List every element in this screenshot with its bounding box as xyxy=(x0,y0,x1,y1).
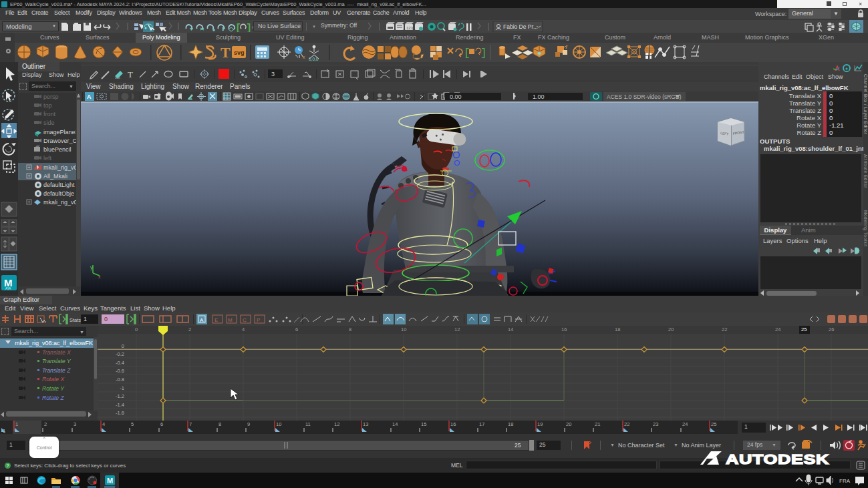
svg-text:M: M xyxy=(107,477,113,485)
svg-text:A: A xyxy=(200,317,204,323)
svg-text:x: x xyxy=(98,274,101,279)
svg-text:Translate Y: Translate Y xyxy=(42,358,71,364)
svg-text:123: 123 xyxy=(406,26,414,30)
svg-text:22: 22 xyxy=(722,326,727,332)
svg-text:18: 18 xyxy=(615,326,620,332)
svg-text:AYA: AYA xyxy=(5,287,11,290)
svg-text:22: 22 xyxy=(624,421,629,427)
svg-text:12: 12 xyxy=(334,421,339,427)
svg-text:x: x xyxy=(303,55,305,59)
svg-text:1: 1 xyxy=(84,316,87,322)
svg-text:20: 20 xyxy=(566,421,571,427)
svg-text:left: left xyxy=(43,155,52,162)
svg-text:18: 18 xyxy=(508,421,513,427)
svg-text:6: 6 xyxy=(160,421,163,427)
svg-text:Rotate Y: Rotate Y xyxy=(42,385,65,392)
svg-text:10: 10 xyxy=(401,326,406,332)
svg-text:14: 14 xyxy=(508,326,513,332)
svg-text:mkali_rig_v0: mkali_rig_v0 xyxy=(43,164,76,171)
svg-text:25: 25 xyxy=(711,421,716,427)
svg-text:]: ] xyxy=(480,47,487,59)
svg-text:-1.6: -1.6 xyxy=(116,410,124,416)
svg-text:14: 14 xyxy=(392,421,398,427)
svg-text:Drawover_C: Drawover_C xyxy=(43,138,76,144)
svg-text:T: T xyxy=(128,69,133,79)
svg-text:y: y xyxy=(90,264,93,270)
svg-text:All_Mkali: All_Mkali xyxy=(43,173,67,180)
svg-text:16: 16 xyxy=(561,326,567,332)
svg-text:FRA: FRA xyxy=(839,478,851,484)
svg-text:23: 23 xyxy=(653,421,658,427)
svg-text:T: T xyxy=(221,44,231,61)
svg-text:10: 10 xyxy=(276,421,281,427)
svg-text:E: E xyxy=(214,317,218,323)
svg-text:7: 7 xyxy=(189,421,192,427)
svg-text:1: 1 xyxy=(15,421,18,427)
svg-text:defaultObje: defaultObje xyxy=(43,190,74,197)
svg-text:11: 11 xyxy=(305,421,311,427)
svg-text:AUTODESK: AUTODESK xyxy=(726,451,829,467)
svg-text:0: 0 xyxy=(104,316,108,322)
svg-text:-0.2: -0.2 xyxy=(116,351,124,357)
svg-text:P: P xyxy=(257,317,260,323)
svg-text:0: 0 xyxy=(135,326,138,332)
svg-text:17: 17 xyxy=(479,421,484,427)
svg-text:-0.8: -0.8 xyxy=(116,377,124,383)
svg-text:3: 3 xyxy=(74,421,76,427)
svg-text:8: 8 xyxy=(349,326,351,332)
svg-text:ACES 1.0 SDR-video (sRGB): ACES 1.0 SDR-video (sRGB) xyxy=(607,93,682,100)
svg-text:2: 2 xyxy=(188,326,191,332)
svg-text:4: 4 xyxy=(102,421,105,427)
svg-text:6: 6 xyxy=(295,326,298,332)
svg-text:15: 15 xyxy=(421,421,426,427)
svg-text:-1.2: -1.2 xyxy=(116,393,124,399)
svg-text:4: 4 xyxy=(242,326,245,332)
svg-text:26: 26 xyxy=(829,326,834,332)
svg-text:12: 12 xyxy=(454,326,460,332)
svg-text:bluePencil: bluePencil xyxy=(43,146,71,153)
svg-text:A: A xyxy=(87,93,92,100)
svg-text:]: ] xyxy=(246,23,252,32)
svg-text:3: 3 xyxy=(271,71,275,77)
svg-text:svg: svg xyxy=(234,49,245,56)
svg-text:5: 5 xyxy=(131,421,134,427)
svg-text:25: 25 xyxy=(801,326,807,332)
svg-text:21: 21 xyxy=(595,421,600,427)
svg-text:front: front xyxy=(43,111,56,117)
svg-text:Fabio De Pr...: Fabio De Pr... xyxy=(503,23,538,30)
svg-text:imagePlane1: imagePlane1 xyxy=(43,129,76,136)
svg-text:0,0,0: 0,0,0 xyxy=(309,57,319,61)
svg-text:0: 0 xyxy=(122,343,124,349)
svg-text:side: side xyxy=(43,119,55,126)
svg-text::: : xyxy=(457,26,458,31)
svg-text:-1.4: -1.4 xyxy=(116,402,124,408)
svg-text:Stats: Stats xyxy=(69,317,81,323)
svg-text:13: 13 xyxy=(363,421,368,427)
svg-text:Translate Z: Translate Z xyxy=(42,367,71,374)
svg-text:16: 16 xyxy=(450,421,456,427)
svg-text:Rotate Z: Rotate Z xyxy=(42,395,64,401)
svg-text:M: M xyxy=(228,317,233,323)
svg-text:Translate X: Translate X xyxy=(42,349,71,356)
svg-text:19: 19 xyxy=(537,421,543,427)
svg-text:2: 2 xyxy=(44,421,47,427)
svg-text:24: 24 xyxy=(775,326,780,332)
svg-text:9: 9 xyxy=(247,421,250,427)
svg-text:Rotate X: Rotate X xyxy=(42,376,64,383)
svg-text:mkali_rig_v0: mkali_rig_v0 xyxy=(43,199,76,206)
svg-text:-0.6: -0.6 xyxy=(116,368,124,374)
svg-text:-0.4: -0.4 xyxy=(116,360,124,366)
svg-text:24: 24 xyxy=(682,421,688,427)
svg-text:top: top xyxy=(43,102,52,109)
svg-text:8: 8 xyxy=(219,421,221,427)
svg-text:defaultLight: defaultLight xyxy=(43,182,75,188)
svg-text:-1: -1 xyxy=(120,385,124,391)
svg-text:1.00: 1.00 xyxy=(533,93,545,100)
svg-text:C: C xyxy=(243,317,247,323)
svg-text:0.00: 0.00 xyxy=(450,93,462,100)
svg-text:persp: persp xyxy=(43,93,59,100)
svg-text:20: 20 xyxy=(668,326,674,332)
